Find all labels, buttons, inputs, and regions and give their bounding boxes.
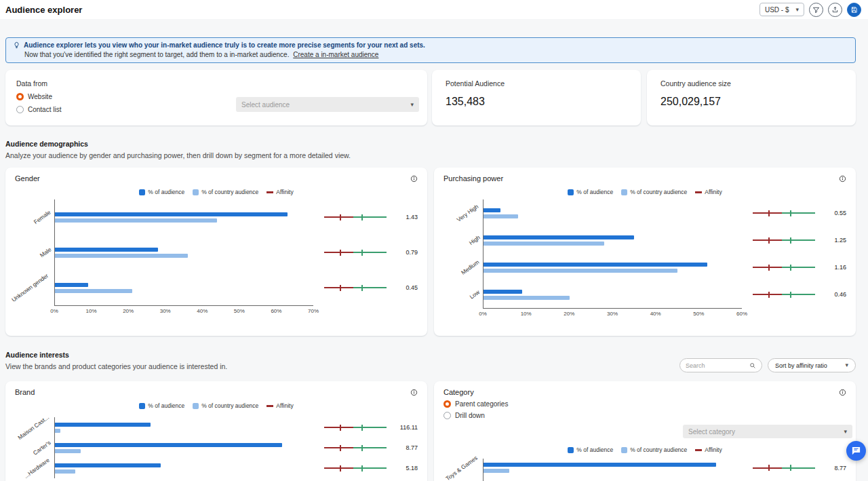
filter-button[interactable] xyxy=(809,3,823,17)
gauge-red-line xyxy=(324,216,353,218)
purchasing-power-card-header: Purchasing power xyxy=(443,174,846,182)
gauge-red-line xyxy=(753,467,782,469)
export-button[interactable] xyxy=(828,3,842,17)
x-axis-row xyxy=(15,478,418,481)
radio-website-label: Website xyxy=(28,93,52,100)
brand-chart: Maison Cast...116.11Carter's8.77...Hardw… xyxy=(15,417,418,481)
create-audience-link[interactable]: Create a in-market audience xyxy=(293,51,378,58)
legend-audience: % of audience xyxy=(139,189,184,195)
chevron-down-icon: ▾ xyxy=(844,429,847,435)
banner-body: Now that you've identified the right seg… xyxy=(24,51,289,58)
country-audience-value: 250,029,157 xyxy=(660,96,842,108)
save-button[interactable] xyxy=(847,3,861,17)
affinity-value: 8.77 xyxy=(815,459,846,477)
chart-row: Maison Cast...116.11 xyxy=(15,417,418,438)
radio-drill-down[interactable]: Drill down xyxy=(443,412,485,419)
x-tick-label: 20% xyxy=(564,311,574,317)
y-axis-label: Unknown gender xyxy=(15,270,54,305)
x-axis-row: 0%10%20%30%40%50%60% xyxy=(443,308,846,323)
info-icon[interactable] xyxy=(410,389,418,396)
audience-bar xyxy=(55,443,282,447)
gauge-green-tick xyxy=(790,465,791,471)
gender-chart: Female1.43Male0.79Unknown gender0.450%10… xyxy=(15,199,418,320)
page-title: Audience explorer xyxy=(5,5,82,15)
y-axis-label: ...Hardware xyxy=(15,458,54,478)
bar-group xyxy=(483,281,742,308)
sort-dropdown[interactable]: Sort by affinity ratio ▾ xyxy=(768,358,856,372)
gauge-red-tick xyxy=(768,210,770,216)
gender-chart-title: Gender xyxy=(15,174,40,182)
y-axis-label: High xyxy=(443,227,483,254)
gauge-red-tick xyxy=(340,250,341,256)
gauge-red-line xyxy=(753,239,782,241)
x-tick-label: 70% xyxy=(308,308,319,314)
country-audience-bar xyxy=(55,449,81,453)
legend-audience-label: % of audience xyxy=(148,189,184,195)
currency-selector[interactable]: USD - $ ▾ xyxy=(760,3,804,16)
currency-value: USD - $ xyxy=(765,6,789,14)
y-axis-label: Toys & Games xyxy=(443,459,483,477)
gauge-green-line xyxy=(782,212,815,214)
y-axis-label: Female xyxy=(15,199,54,235)
audience-bar xyxy=(55,248,158,252)
bar-group xyxy=(54,270,313,305)
chart-legend: % of audience % of country audience Affi… xyxy=(15,189,418,195)
legend-audience: % of audience xyxy=(568,446,613,453)
affinity-spacer xyxy=(387,305,418,320)
audience-select[interactable]: Select audience ▾ xyxy=(236,97,419,112)
affinity-value: 0.55 xyxy=(815,199,846,227)
country-audience-bar xyxy=(55,429,60,433)
gauge-red-line xyxy=(324,252,353,253)
country-audience-bar xyxy=(484,214,518,218)
affinity-swatch xyxy=(695,191,702,193)
gauge-red-line xyxy=(324,467,353,469)
x-tick-label: 50% xyxy=(234,308,245,314)
audience-bar xyxy=(484,290,522,294)
legend-affinity-label: Affinity xyxy=(705,446,722,453)
chart-legend: % of audience % of country audience Affi… xyxy=(15,402,418,409)
category-card-header: Category xyxy=(443,388,846,396)
brand-card: Brand % of audience % of country audienc… xyxy=(5,381,427,481)
affinity-value: 116.11 xyxy=(387,417,418,438)
y-axis-label-text: Male xyxy=(38,246,52,259)
affinity-gauge xyxy=(753,254,815,281)
bar-group xyxy=(483,477,742,481)
gauge-green-tick xyxy=(361,425,363,431)
bar-group xyxy=(54,235,313,270)
affinity-value: 1.43 xyxy=(387,199,418,235)
chat-button[interactable] xyxy=(846,441,866,461)
affinity-swatch xyxy=(267,405,273,407)
y-axis-label-text: Low xyxy=(469,288,481,300)
chart-row: Medium1.16 xyxy=(443,254,846,281)
x-tick-label: 10% xyxy=(521,311,532,317)
x-tick-label: 60% xyxy=(271,308,281,314)
legend-audience-label: % of audience xyxy=(148,402,184,409)
funnel-icon xyxy=(812,6,820,14)
info-circle-icon xyxy=(410,175,418,182)
audience-swatch xyxy=(568,189,574,195)
gauge-red-tick xyxy=(340,214,341,220)
bar-group xyxy=(54,458,313,478)
radio-contact-list[interactable]: Contact list xyxy=(16,106,61,113)
info-circle-icon xyxy=(839,389,846,396)
gauge-green-line xyxy=(353,467,387,469)
category-select[interactable]: Select category ▾ xyxy=(683,425,852,438)
gauge-spacer xyxy=(324,305,387,320)
radio-website[interactable]: Website xyxy=(16,93,52,100)
legend-audience: % of audience xyxy=(139,402,184,409)
radio-parent-categories[interactable]: Parent categories xyxy=(443,400,508,408)
info-icon[interactable] xyxy=(839,389,846,396)
affinity-value: 0.79 xyxy=(387,235,418,270)
top-bar: Audience explorer USD - $ ▾ xyxy=(0,0,868,19)
x-tick-label: 20% xyxy=(123,308,134,314)
interests-section-subtitle: View the brands and product categories y… xyxy=(5,362,227,370)
gauge-spacer xyxy=(324,478,387,481)
search-input[interactable] xyxy=(686,362,747,369)
country-audience-card: Country audience size 250,029,157 xyxy=(647,70,856,126)
potential-audience-card: Potential Audience 135,483 xyxy=(432,70,641,126)
audience-bar xyxy=(484,463,716,467)
gauge-red-line xyxy=(753,267,782,268)
info-icon[interactable] xyxy=(410,175,418,182)
info-icon[interactable] xyxy=(839,175,846,182)
search-box xyxy=(679,358,762,372)
